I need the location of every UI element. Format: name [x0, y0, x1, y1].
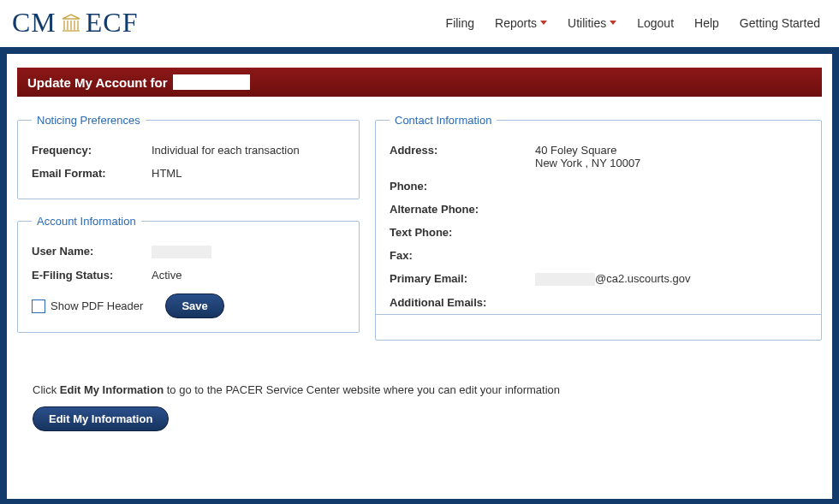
- logo: CM ECF: [12, 7, 138, 39]
- account-legend: Account Information: [32, 215, 141, 228]
- page-title: Update My Account for: [17, 68, 822, 97]
- caret-down-icon: [540, 21, 547, 25]
- alt-phone-label: Alternate Phone:: [390, 203, 535, 216]
- show-pdf-header-label: Show PDF Header: [51, 299, 143, 312]
- noticing-legend: Noticing Preferences: [32, 114, 146, 127]
- logo-text-cm: CM: [12, 7, 57, 39]
- show-pdf-header-checkbox[interactable]: [32, 299, 45, 313]
- courthouse-icon: [60, 12, 82, 34]
- frequency-value: Individual for each transaction: [152, 144, 300, 157]
- nav-utilities[interactable]: Utilities: [568, 16, 616, 30]
- account-information-panel: Account Information User Name: E-Filing …: [17, 215, 360, 333]
- efiling-status-label: E-Filing Status:: [32, 269, 152, 282]
- contact-bottom-strip: [376, 314, 821, 340]
- logo-text-ecf: ECF: [86, 7, 139, 39]
- caret-down-icon: [610, 21, 616, 25]
- page-body: Update My Account for Noticing Preferenc…: [7, 54, 832, 499]
- edit-my-information-button[interactable]: Edit My Information: [33, 406, 169, 431]
- nav-logout[interactable]: Logout: [637, 16, 674, 30]
- contact-information-panel: Contact Information Address: 40 Foley Sq…: [375, 114, 822, 341]
- nav-getting-started[interactable]: Getting Started: [740, 16, 820, 30]
- redacted-email-user: [535, 273, 595, 286]
- contact-legend: Contact Information: [390, 114, 497, 127]
- redacted-user: [173, 74, 250, 90]
- text-phone-label: Text Phone:: [390, 226, 535, 239]
- address-value: 40 Foley Square New York , NY 10007: [535, 144, 640, 169]
- top-nav: Filing Reports Utilities Logout Help Get…: [446, 16, 820, 30]
- additional-emails-label: Additional Emails:: [390, 296, 535, 309]
- nav-help[interactable]: Help: [694, 16, 719, 30]
- noticing-preferences-panel: Noticing Preferences Frequency: Individu…: [17, 114, 360, 199]
- primary-email-label: Primary Email:: [390, 272, 535, 286]
- frequency-label: Frequency:: [32, 144, 152, 157]
- primary-email-value: @ca2.uscourts.gov: [535, 272, 690, 286]
- phone-label: Phone:: [390, 180, 535, 193]
- efiling-status-value: Active: [152, 269, 181, 282]
- username-label: User Name:: [32, 245, 152, 258]
- top-bar: CM ECF Filing Reports Utilities Logout H…: [0, 0, 839, 47]
- edit-info-hint: Click Edit My Information to go to the P…: [33, 383, 822, 396]
- address-label: Address:: [390, 144, 535, 169]
- save-button[interactable]: Save: [165, 294, 223, 318]
- nav-reports[interactable]: Reports: [495, 16, 547, 30]
- email-format-value: HTML: [152, 167, 181, 180]
- page-title-text: Update My Account for: [27, 75, 168, 90]
- fax-label: Fax:: [390, 249, 535, 262]
- page-frame: Update My Account for Noticing Preferenc…: [0, 47, 839, 504]
- redacted-username: [152, 246, 211, 258]
- email-format-label: Email Format:: [32, 167, 152, 180]
- nav-filing[interactable]: Filing: [446, 16, 474, 30]
